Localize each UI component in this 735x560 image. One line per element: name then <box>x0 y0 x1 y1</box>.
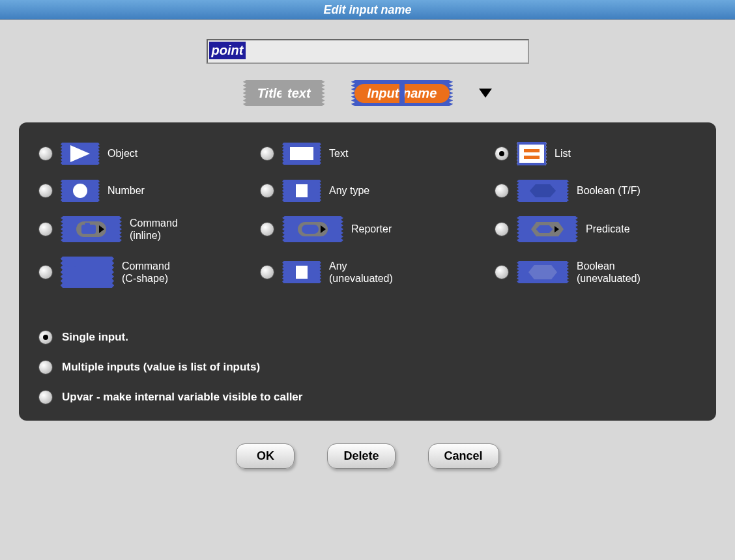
arity-single-label: Single input. <box>62 331 128 344</box>
radio-icon <box>495 147 509 161</box>
command-inline-slot-icon <box>61 216 122 242</box>
radio-icon <box>495 265 509 279</box>
arity-multiple-label: Multiple inputs (value is list of inputs… <box>62 361 260 374</box>
title-text-label: Title text <box>257 86 311 101</box>
list-slot-icon <box>517 142 547 165</box>
type-any[interactable]: Any type <box>260 180 488 202</box>
radio-icon <box>38 147 53 161</box>
type-number[interactable]: Number <box>38 180 253 202</box>
input-name-label: Input name <box>354 84 450 103</box>
radio-icon <box>260 222 274 236</box>
number-slot-icon <box>61 180 100 202</box>
input-name-value: point <box>209 42 246 59</box>
radio-icon <box>260 147 274 161</box>
type-predicate[interactable]: Predicate <box>495 216 723 242</box>
any-slot-icon <box>282 180 321 202</box>
radio-icon <box>38 360 53 374</box>
input-name-toggle[interactable]: Input name <box>351 80 454 106</box>
radio-icon <box>38 390 53 404</box>
radio-icon <box>495 184 509 198</box>
cancel-button[interactable]: Cancel <box>428 443 499 469</box>
type-text[interactable]: Text <box>260 142 488 165</box>
type-command-cshape[interactable]: Command (C-shape) <box>38 257 253 288</box>
bool-uneval-slot-icon <box>517 261 569 283</box>
radio-icon <box>260 265 274 279</box>
arity-upvar[interactable]: Upvar - make internal variable visible t… <box>38 390 697 404</box>
arity-single[interactable]: Single input. <box>38 330 697 344</box>
text-slot-icon <box>282 143 321 165</box>
radio-icon <box>495 222 509 236</box>
ok-button[interactable]: OK <box>236 443 295 469</box>
radio-icon <box>38 330 53 344</box>
boolean-slot-icon <box>517 180 569 202</box>
radio-icon <box>38 184 53 198</box>
type-any-unevaluated[interactable]: Any (unevaluated) <box>260 257 488 288</box>
type-reporter[interactable]: Reporter <box>260 216 488 242</box>
type-command-inline[interactable]: Command (inline) <box>38 216 253 242</box>
arity-multiple[interactable]: Multiple inputs (value is list of inputs… <box>38 360 697 374</box>
reporter-slot-icon <box>282 216 343 242</box>
type-list[interactable]: List <box>495 142 723 165</box>
predicate-slot-icon <box>517 216 578 242</box>
radio-icon <box>38 265 53 279</box>
type-object[interactable]: Object <box>38 142 253 165</box>
title-text-toggle[interactable]: Title text <box>243 80 325 106</box>
radio-icon <box>38 222 53 236</box>
command-cshape-slot-icon <box>61 257 114 288</box>
expand-icon[interactable] <box>479 89 492 98</box>
dialog-title: Edit input name <box>324 3 412 16</box>
type-boolean[interactable]: Boolean (T/F) <box>495 180 723 202</box>
radio-icon <box>260 184 274 198</box>
type-panel: Object Text List Number Any type <box>19 122 716 421</box>
input-name-field[interactable]: point <box>207 39 529 64</box>
delete-button[interactable]: Delete <box>327 443 395 469</box>
arity-upvar-label: Upvar - make internal variable visible t… <box>62 391 302 404</box>
type-boolean-unevaluated[interactable]: Boolean (unevaluated) <box>495 257 723 288</box>
titlebar: Edit input name <box>0 0 735 20</box>
object-slot-icon <box>61 143 100 165</box>
any-uneval-slot-icon <box>282 261 321 283</box>
